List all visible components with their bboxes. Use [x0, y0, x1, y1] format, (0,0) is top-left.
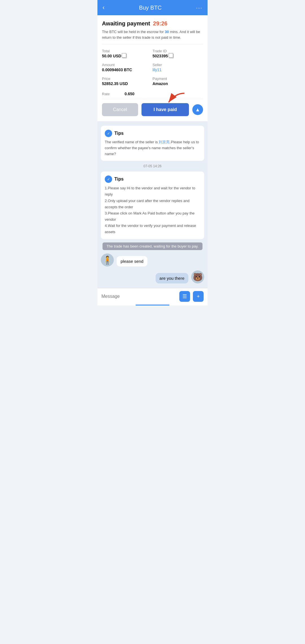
scroll-to-top-button[interactable]: ▲	[192, 104, 203, 115]
seller-chinese-name: 刘京亮	[159, 140, 170, 144]
tips-header-1: ✓ Tips	[105, 130, 200, 137]
message-left: 🧍 please send	[101, 253, 204, 266]
copy-total-icon[interactable]	[122, 54, 127, 58]
message-input[interactable]	[101, 294, 177, 299]
amount-label: Amount	[102, 63, 152, 67]
chat-messages: 🧍 please send are you there 🐻	[101, 253, 204, 283]
trade-details-grid: Total 50.00 USD Trade ID 5023395 Amount …	[102, 44, 203, 87]
trade-id-label: Trade ID	[152, 49, 203, 53]
trade-id-item: Trade ID 5023395	[152, 48, 203, 59]
menu-button[interactable]: ···	[196, 5, 202, 11]
header: ‹ Buy BTC ···	[97, 0, 208, 15]
tips-card-1: ✓ Tips The verified name of the seller i…	[101, 126, 204, 161]
tips-title-1: Tips	[114, 131, 124, 136]
total-item: Total 50.00 USD	[102, 48, 152, 59]
rate-row: Rate 0.650	[102, 90, 203, 99]
bottom-indicator	[136, 305, 169, 305]
awaiting-row: Awaiting payment 29:26	[102, 20, 203, 27]
total-value: 50.00 USD	[102, 54, 152, 58]
price-label: Price	[102, 77, 152, 81]
sender-avatar-left: 🧍	[101, 253, 114, 266]
payment-value: Amazon	[152, 81, 203, 86]
payment-label: Payment	[152, 77, 203, 81]
amount-item: Amount 0.00094603 BTC	[102, 62, 152, 73]
total-label: Total	[102, 49, 152, 53]
cancel-button[interactable]: Cancel	[102, 103, 138, 116]
message-bar: ☰ +	[97, 288, 208, 305]
payment-section: Awaiting payment 29:26 The BTC will be h…	[97, 15, 208, 121]
price-item: Price 52852.35 USD	[102, 75, 152, 87]
back-button[interactable]: ‹	[103, 4, 104, 11]
payment-method-item: Payment Amazon	[152, 75, 203, 87]
tips-header-2: ✓ Tips	[105, 175, 200, 183]
tips-icon-1: ✓	[105, 130, 112, 137]
tips-icon-2: ✓	[105, 175, 112, 183]
sender-avatar-right: 🐻	[191, 270, 204, 283]
seller-item: Seller lily11	[152, 62, 203, 73]
tips-text-2: 1.Please say Hi to the vendor and wait f…	[105, 185, 200, 235]
seller-label: Seller	[152, 63, 203, 67]
template-icon: ☰	[182, 293, 187, 300]
chat-template-button[interactable]: ☰	[179, 291, 190, 302]
copy-tradeid-icon[interactable]	[169, 54, 174, 58]
escrow-text-part1: The BTC will be held in the escrow for	[102, 30, 165, 34]
page-title: Buy BTC	[139, 5, 162, 11]
seller-value[interactable]: lily11	[152, 68, 203, 72]
rate-label: Rate	[102, 92, 125, 96]
bubble-right: are you there	[156, 273, 188, 283]
chevron-up-icon: ▲	[195, 107, 200, 113]
price-value: 52852.35 USD	[102, 81, 152, 86]
escrow-minutes: 30	[165, 30, 169, 34]
chat-timestamp: 07-05 14:26	[101, 164, 204, 168]
i-have-paid-button[interactable]: I have paid	[141, 103, 189, 116]
add-icon: +	[197, 294, 200, 300]
tips-text-before: The verified name of the seller is	[105, 140, 159, 144]
trade-id-value: 5023395	[152, 54, 203, 58]
amount-value: 0.00094603 BTC	[102, 68, 152, 72]
bottom-bar	[97, 305, 208, 305]
message-right: are you there 🐻	[101, 270, 204, 283]
countdown-timer: 29:26	[153, 20, 167, 27]
chat-section: ✓ Tips The verified name of the seller i…	[97, 121, 208, 288]
awaiting-label: Awaiting payment	[102, 20, 150, 27]
system-message: The trade has been created, waiting for …	[103, 242, 202, 250]
rate-value: 0.650	[125, 92, 134, 96]
tips-title-2: Tips	[114, 177, 124, 182]
tips-text-1: The verified name of the seller is 刘京亮.P…	[105, 139, 200, 157]
add-media-button[interactable]: +	[193, 291, 204, 302]
bubble-left: please send	[117, 256, 147, 266]
escrow-description: The BTC will be held in the escrow for 3…	[102, 29, 203, 40]
tips-card-2: ✓ Tips 1.Please say Hi to the vendor and…	[101, 172, 204, 239]
action-buttons-row: Cancel I have paid ▲	[102, 103, 203, 117]
